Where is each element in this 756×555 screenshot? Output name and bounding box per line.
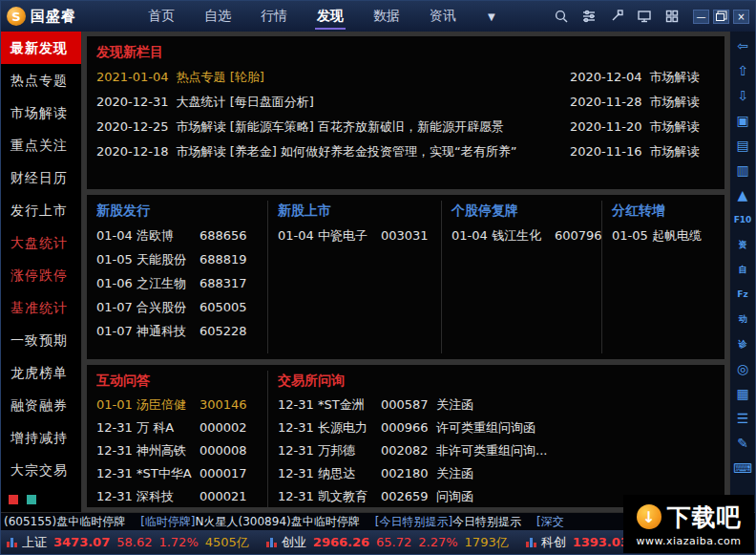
logo-icon: S	[7, 7, 26, 26]
sidebar-item-margin[interactable]: 融资融券	[1, 389, 81, 421]
scroll-up-icon[interactable]: ⇧	[732, 59, 753, 82]
item-date: 2020-12-18	[96, 139, 169, 164]
new-issue-row[interactable]: 01-07 合兴股份 605005	[96, 295, 260, 319]
inquiry-row[interactable]: 12-31 *ST金洲 000587 关注函	[278, 394, 715, 416]
stock-name: 中瓷电子	[318, 224, 381, 247]
f10-icon[interactable]: F10	[732, 208, 753, 231]
page-dot-red[interactable]	[9, 495, 18, 504]
close-button[interactable]: ×	[733, 10, 749, 24]
diagnose-icon[interactable]: 诊	[732, 332, 753, 355]
minimize-button[interactable]: —	[693, 10, 709, 24]
sidebar-item-focus[interactable]: 重点关注	[1, 129, 81, 161]
sidebar-item-block-trade[interactable]: 大宗交易	[1, 454, 81, 486]
new-issue-row[interactable]: 01-04 浩欧博 688656	[96, 224, 260, 247]
page-dot-teal[interactable]	[27, 495, 36, 504]
stock-name: 纳思达	[318, 462, 381, 485]
qa-row[interactable]: 01-01 汤臣倍健 300146	[96, 394, 260, 416]
discovery-item[interactable]: 2021-01-04 热点专题 [轮胎]	[96, 65, 570, 90]
discovery-item[interactable]: 2020-12-04 市场解读	[570, 65, 715, 90]
stock-name: 神州高铁	[136, 439, 200, 462]
menu-news[interactable]: 资讯	[428, 2, 458, 31]
suspension-column: 个股停复牌 01-04 钱江生化 600796	[442, 201, 602, 353]
sidebar-item-calendar[interactable]: 财经日历	[1, 161, 81, 194]
menu-home[interactable]: 首页	[146, 2, 177, 31]
listing-row[interactable]: 01-04 中瓷电子 003031	[278, 224, 433, 247]
row-date: 01-04	[452, 224, 492, 247]
replay-icon[interactable]: 动	[732, 308, 753, 331]
list-icon[interactable]: ☰	[732, 407, 753, 430]
sidebar-item-dragon-tiger[interactable]: 龙虎榜单	[1, 356, 81, 389]
stock-code: 688317	[200, 271, 249, 295]
inquiry-row[interactable]: 12-31 长源电力 000966 许可类重组问询函	[278, 416, 715, 439]
menu-dropdown-icon[interactable]: ▼	[488, 11, 495, 22]
suspension-row[interactable]: 01-04 钱江生化 600796	[452, 224, 594, 247]
new-issue-row[interactable]: 01-06 之江生物 688317	[96, 271, 260, 295]
sidebar-item-consensus[interactable]: 一致预期	[1, 324, 81, 356]
back-icon[interactable]: ⇦	[732, 34, 753, 57]
ticker-segment: [今日特别提示]今日特别提示	[375, 514, 521, 530]
inquiry-row[interactable]: 12-31 万邦德 002082 非许可类重组问询...	[278, 439, 715, 462]
info-icon[interactable]: 资	[732, 233, 753, 256]
new-issue-row[interactable]: 01-05 天能股份 688819	[96, 247, 260, 271]
item-text: 大盘统计 [每日盘面分析]	[177, 90, 314, 115]
apps-icon[interactable]	[662, 7, 682, 26]
sidebar-item-ipo[interactable]: 发行上市	[1, 194, 81, 226]
index-mini-chart-icon	[7, 537, 17, 547]
sidebar-item-limit-updown[interactable]: 涨停跌停	[1, 259, 81, 291]
discovery-item[interactable]: 2020-11-20 市场解读	[570, 115, 715, 139]
target-icon[interactable]: ◎	[732, 357, 753, 380]
menu-discover[interactable]: 发现	[315, 2, 346, 31]
scroll-down-icon[interactable]: ⇩	[732, 84, 753, 107]
multi-window-icon[interactable]: ▣	[732, 109, 753, 132]
ticker-tag: [临时停牌]	[140, 515, 195, 528]
tools-icon[interactable]	[607, 7, 626, 26]
chart-icon[interactable]: ▤	[732, 134, 753, 157]
custom-icon[interactable]: 自	[732, 258, 753, 281]
sidebar-item-market-view[interactable]: 市场解读	[1, 96, 81, 129]
grid-icon[interactable]: ▦	[732, 382, 753, 405]
qa-row[interactable]: 12-31 神州高铁 000008	[96, 439, 260, 462]
discovery-item[interactable]: 2020-12-31 大盘统计 [每日盘面分析]	[96, 90, 570, 115]
monitor-icon[interactable]	[635, 7, 654, 26]
index-quote-chinext[interactable]: 创业 2966.26 65.72 2.27% 1793亿	[266, 534, 509, 551]
stock-name: 之江生物	[136, 271, 200, 295]
sidebar-item-hot-topics[interactable]: 热点专题	[1, 64, 81, 96]
stock-code: 000002	[200, 416, 249, 439]
menu-quotes[interactable]: 行情	[259, 2, 289, 31]
kline-icon[interactable]: ▥	[732, 159, 753, 181]
index-quote-sse[interactable]: 上证 3473.07 58.62 1.72% 4505亿	[7, 534, 249, 551]
sidebar-item-benchmark-stats[interactable]: 基准统计	[1, 291, 81, 324]
qa-row[interactable]: 12-31 *ST中华A 000017	[96, 462, 260, 485]
new-issue-column: 新股发行 01-04 浩欧博 688656 01-05 天能股份 688819	[96, 201, 268, 353]
discovery-item[interactable]: 2020-11-16 市场解读	[570, 139, 715, 164]
keyboard-icon[interactable]: ⌨	[732, 457, 753, 480]
search-icon[interactable]	[552, 7, 571, 26]
app-window: S 国盛睿 首页 自选 行情 发现 数据 资讯 ▼	[0, 0, 756, 555]
discovery-item[interactable]: 2020-12-25 市场解读 [新能源车策略] 百花齐放新破旧，新能源开辟愿景	[96, 115, 570, 139]
dividend-row[interactable]: 01-05 起帆电缆 6052	[612, 224, 707, 247]
discovery-item[interactable]: 2020-12-18 市场解读 [养老金] 如何做好养老金投资管理，实现“老有所…	[96, 139, 570, 164]
item-text: 市场解读 [新能源车策略] 百花齐放新破旧，新能源开辟愿景	[177, 115, 504, 139]
new-issue-row[interactable]: 01-07 神通科技 605228	[96, 319, 260, 343]
row-date: 01-07	[96, 319, 136, 343]
menu-watchlist[interactable]: 自选	[202, 2, 233, 31]
inquiry-row[interactable]: 12-31 纳思达 002180 关注函	[278, 462, 715, 485]
item-date: 2020-12-25	[96, 115, 169, 139]
qa-row[interactable]: 12-31 深科技 000021	[96, 485, 260, 507]
sidebar-item-market-stats[interactable]: 大盘统计	[1, 226, 81, 259]
menu-data[interactable]: 数据	[371, 2, 402, 31]
discover-title: 发现新栏目	[96, 44, 715, 61]
stock-code: 600796	[555, 224, 602, 247]
fz-icon[interactable]: Fz	[732, 283, 753, 306]
edit-icon[interactable]: ✎	[732, 432, 753, 455]
discovery-item[interactable]: 2020-11-28 市场解读	[570, 90, 715, 115]
trend-icon[interactable]: ▲	[732, 183, 753, 206]
item-text: 市场解读	[650, 115, 700, 139]
restore-button[interactable]	[713, 10, 729, 24]
qa-row[interactable]: 12-31 万 科A 000002	[96, 416, 260, 439]
sidebar-item-latest[interactable]: 最新发现	[1, 32, 81, 64]
index-percent: 2.27%	[418, 535, 457, 549]
sliders-icon[interactable]	[579, 7, 598, 26]
sidebar-item-holdings-change[interactable]: 增持减持	[1, 421, 81, 454]
ticker-segment: [深交	[536, 514, 564, 530]
